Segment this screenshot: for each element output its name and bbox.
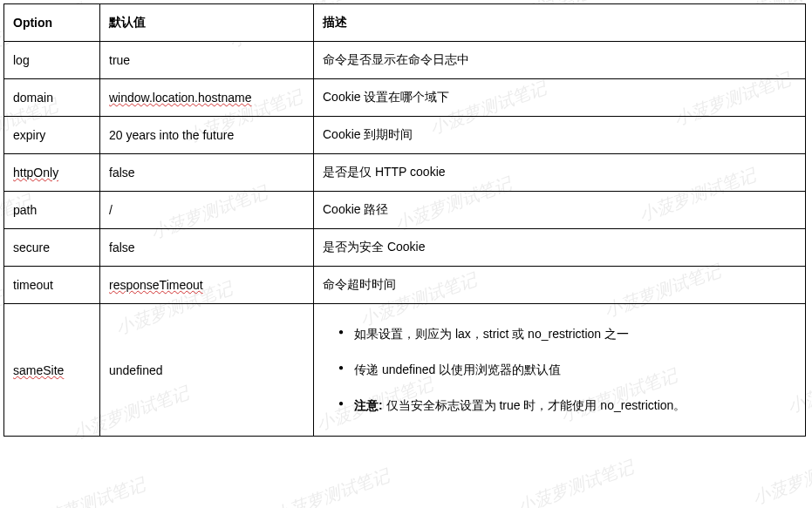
note-text: 仅当安全标志设置为 true 时，才能使用 no_restriction。 [383, 398, 686, 412]
cell-default: undefined [100, 304, 314, 437]
table-row: sameSite undefined 如果设置，则应为 lax，strict 或… [4, 304, 806, 437]
spell-marked-text: window.location.hostname [109, 91, 251, 105]
samesite-bullet-list: 如果设置，则应为 lax，strict 或 no_restriction 之一 … [323, 311, 796, 429]
options-table: Option 默认值 描述 log true 命令是否显示在命令日志中 doma… [3, 3, 806, 437]
cell-option: domain [4, 79, 100, 117]
cell-description: Cookie 到期时间 [314, 117, 806, 154]
cell-description: Cookie 路径 [314, 192, 806, 229]
note-label: 注意: [354, 398, 383, 412]
cell-option: timeout [4, 267, 100, 304]
cell-option: log [4, 42, 100, 79]
table-row: expiry 20 years into the future Cookie 到… [4, 117, 806, 154]
cell-option: expiry [4, 117, 100, 154]
cell-default: false [100, 154, 314, 192]
cell-description: 是否为安全 Cookie [314, 229, 806, 267]
cell-default: window.location.hostname [100, 79, 314, 117]
cell-default: / [100, 192, 314, 229]
table-header-row: Option 默认值 描述 [4, 4, 806, 42]
table-row: domain window.location.hostname Cookie 设… [4, 79, 806, 117]
header-option: Option [4, 4, 100, 42]
header-description: 描述 [314, 4, 806, 42]
cell-default: true [100, 42, 314, 79]
cell-description: 如果设置，则应为 lax，strict 或 no_restriction 之一 … [314, 304, 806, 437]
watermark: 小菠萝测试笔记 [26, 472, 149, 508]
list-item: 如果设置，则应为 lax，strict 或 no_restriction 之一 [338, 316, 796, 352]
options-table-wrapper: Option 默认值 描述 log true 命令是否显示在命令日志中 doma… [0, 0, 812, 440]
watermark: 小菠萝测试笔记 [750, 446, 812, 508]
list-item: 传递 undefined 以使用浏览器的默认值 [338, 352, 796, 388]
cell-option: sameSite [4, 304, 100, 437]
cell-default: false [100, 229, 314, 267]
cell-description: 是否是仅 HTTP cookie [314, 154, 806, 192]
cell-default: 20 years into the future [100, 117, 314, 154]
table-row: path / Cookie 路径 [4, 192, 806, 229]
spell-marked-text: responseTimeout [109, 278, 203, 292]
list-item: 注意: 仅当安全标志设置为 true 时，才能使用 no_restriction… [338, 388, 796, 423]
table-row: httpOnly false 是否是仅 HTTP cookie [4, 154, 806, 192]
cell-option: secure [4, 229, 100, 267]
cell-option: httpOnly [4, 154, 100, 192]
table-row: log true 命令是否显示在命令日志中 [4, 42, 806, 79]
cell-option: path [4, 192, 100, 229]
cell-description: Cookie 设置在哪个域下 [314, 79, 806, 117]
table-row: timeout responseTimeout 命令超时时间 [4, 267, 806, 304]
header-default: 默认值 [100, 4, 314, 42]
cell-description: 命令超时时间 [314, 267, 806, 304]
spell-marked-text: sameSite [13, 363, 64, 377]
table-row: secure false 是否为安全 Cookie [4, 229, 806, 267]
watermark: 小菠萝测试笔记 [270, 464, 393, 508]
watermark: 小菠萝测试笔记 [515, 455, 638, 508]
cell-default: responseTimeout [100, 267, 314, 304]
spell-marked-text: httpOnly [13, 166, 58, 179]
cell-description: 命令是否显示在命令日志中 [314, 42, 806, 79]
